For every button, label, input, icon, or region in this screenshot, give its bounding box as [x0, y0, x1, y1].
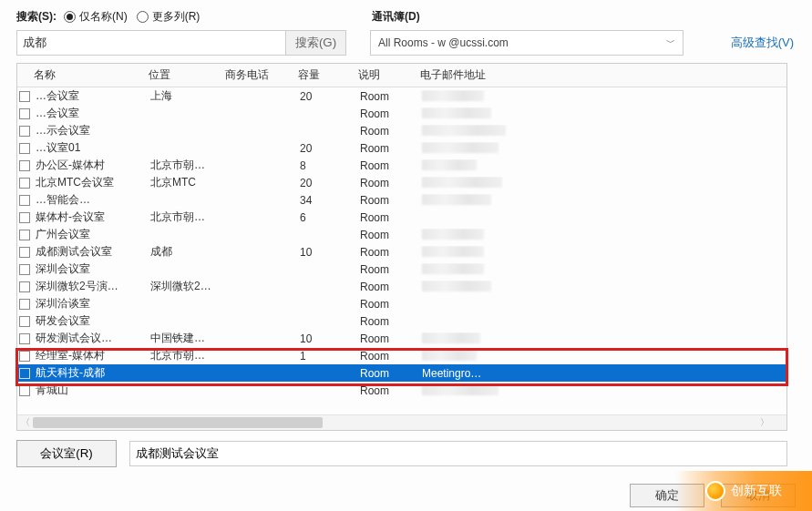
table-row[interactable]: 深圳会议室RoomM… …n…: [17, 261, 786, 278]
cell-desc: Room: [355, 281, 416, 293]
cell-location: 北京MTC: [145, 175, 221, 190]
cell-email: M… …n…: [416, 229, 786, 241]
cell-email: … …@…: [416, 246, 786, 259]
ok-button[interactable]: 确定: [630, 484, 704, 507]
rooms-button[interactable]: 会议室(R): [16, 440, 117, 467]
table-row[interactable]: …议室0120Room… ng01@…: [17, 139, 786, 157]
table-row[interactable]: 办公区-媒体村北京市朝…8Room…m-M…: [17, 157, 786, 174]
cell-name: …示会议室: [30, 123, 145, 138]
cell-capacity: 20: [294, 90, 355, 103]
cell-email: … ng-r…: [416, 194, 786, 207]
cell-capacity: 10: [294, 246, 355, 259]
row-handle-icon: [19, 281, 30, 292]
cell-desc: Room: [355, 229, 416, 241]
table-row[interactable]: 广州会议室RoomM… …n…: [17, 226, 786, 243]
advanced-find-link[interactable]: 高级查找(V): [731, 35, 794, 51]
table-row[interactable]: 经理室-媒体村北京市朝…1Room… …: [17, 347, 786, 364]
cell-name: 媒体村-会议室: [30, 210, 145, 225]
cell-location: 中国铁建…: [145, 331, 221, 346]
col-name[interactable]: 名称: [28, 67, 143, 83]
cell-email: m… … -qc…: [416, 384, 786, 397]
radio-name-only[interactable]: 仅名称(N): [64, 9, 128, 25]
cell-email: m… …: [416, 332, 786, 345]
cell-capacity: 20: [294, 142, 355, 155]
cancel-button[interactable]: 取消: [721, 484, 796, 507]
cell-desc: Room: [355, 177, 416, 189]
address-book-label: 通讯簿(D): [372, 9, 420, 25]
table-row[interactable]: 北京MTC会议室北京MTC20Roomm- … om-…: [17, 174, 786, 191]
table-row[interactable]: 航天科技-成都RoomMeetingro…: [17, 364, 786, 382]
cell-name: 办公区-媒体村: [30, 158, 145, 173]
cell-name: …智能会…: [30, 192, 145, 208]
cell-desc: Room: [355, 90, 416, 103]
cell-name: …会议室: [30, 106, 145, 121]
cell-capacity: 1: [294, 350, 355, 363]
cell-email: …roo… D…: [416, 107, 786, 120]
col-capacity[interactable]: 容量: [293, 67, 353, 83]
table-row[interactable]: 研发测试会议…中国铁建…10Roomm… …: [17, 330, 786, 347]
cell-name: 研发测试会议…: [30, 331, 145, 346]
scrollbar-corner: [772, 414, 786, 430]
address-book-dropdown[interactable]: All Rooms - w @ucssi.com ﹀: [370, 30, 684, 56]
row-handle-icon: [19, 126, 30, 137]
scroll-left-icon[interactable]: 〈: [17, 415, 33, 431]
search-box: 搜索(G): [16, 30, 346, 56]
table-row[interactable]: 研发会议室Room: [17, 312, 786, 330]
row-handle-icon: [19, 212, 30, 223]
horizontal-scrollbar[interactable]: 〈 〉: [17, 414, 772, 430]
col-phone[interactable]: 商务电话: [220, 67, 293, 83]
cell-desc: Room: [355, 384, 416, 397]
table-row[interactable]: …示会议室Rooms… st01@…: [17, 122, 786, 139]
radio-dot-icon: [64, 11, 76, 23]
table-row[interactable]: 深圳微软2号演…深圳微软2…Room… .02@…: [17, 278, 786, 295]
cell-email: …m-M…: [416, 159, 786, 172]
col-desc[interactable]: 说明: [353, 67, 415, 83]
cell-desc: Room: [355, 315, 416, 328]
cell-name: 深圳洽谈室: [30, 296, 145, 312]
row-handle-icon: [19, 91, 30, 102]
col-email[interactable]: 电子邮件地址: [415, 67, 786, 83]
cell-name: 北京MTC会议室: [30, 175, 145, 190]
cell-capacity: 6: [294, 211, 355, 224]
table-row[interactable]: …会议室Room…roo… D…: [17, 105, 786, 122]
row-handle-icon: [19, 333, 30, 344]
row-handle-icon: [19, 299, 30, 310]
cell-location: 上海: [145, 88, 221, 104]
cell-desc: Room: [355, 367, 416, 380]
cell-name: 广州会议室: [30, 227, 145, 242]
cell-capacity: 8: [294, 159, 355, 172]
cell-desc: Room: [355, 211, 416, 224]
table-row[interactable]: 成都测试会议室成都10Room… …@…: [17, 243, 786, 261]
col-location[interactable]: 位置: [143, 67, 220, 83]
row-handle-icon: [19, 247, 30, 258]
table-row[interactable]: 青城山Roomm… … -qc…: [17, 382, 786, 399]
cell-email: M… …n…: [416, 263, 786, 276]
table-row[interactable]: …会议室上海20Room…ssi.c…: [17, 87, 786, 105]
cell-desc: Room: [355, 263, 416, 276]
selected-rooms-input[interactable]: [129, 441, 787, 466]
scroll-right-icon[interactable]: 〉: [756, 415, 772, 431]
cell-name: 航天科技-成都: [30, 365, 145, 381]
cell-location: 北京市朝…: [145, 210, 221, 225]
cell-location: 成都: [145, 244, 221, 260]
radio-more-cols[interactable]: 更多列(R): [137, 9, 200, 25]
table-row[interactable]: …智能会…34Room… ng-r…: [17, 191, 786, 209]
cell-location: 北京市朝…: [145, 158, 221, 173]
search-label: 搜索(S):: [16, 9, 57, 25]
scroll-thumb[interactable]: [33, 417, 323, 428]
search-button[interactable]: 搜索(G): [285, 31, 345, 55]
cell-email: … …: [416, 350, 786, 363]
row-handle-icon: [19, 368, 30, 379]
rooms-table: 名称 位置 商务电话 容量 说明 电子邮件地址 …会议室上海20Room…ssi…: [16, 63, 787, 431]
address-book-value: All Rooms - w @ucssi.com: [378, 36, 509, 49]
cell-name: …会议室: [30, 88, 145, 104]
table-row[interactable]: 深圳洽谈室Room: [17, 295, 786, 312]
radio-more-cols-label: 更多列(R): [152, 9, 200, 25]
table-row[interactable]: 媒体村-会议室北京市朝…6Room: [17, 209, 786, 226]
search-input[interactable]: [17, 31, 285, 55]
radio-dot-icon: [137, 11, 149, 23]
cell-capacity: 34: [294, 194, 355, 207]
cell-name: 研发会议室: [30, 313, 145, 329]
cell-desc: Room: [355, 332, 416, 345]
row-handle-icon: [19, 264, 30, 275]
